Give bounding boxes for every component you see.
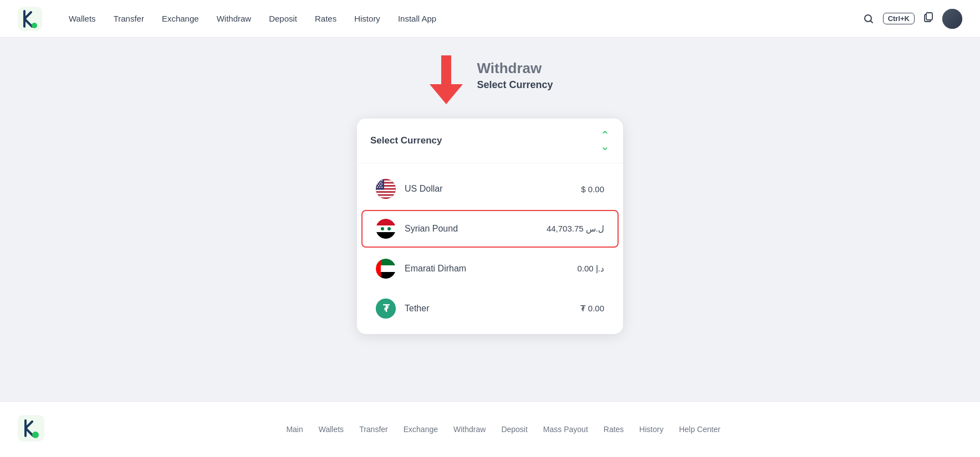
svg-point-1 — [32, 23, 37, 28]
withdraw-header: Withdraw Select Currency — [427, 60, 553, 105]
shortcut-badge: Ctrl+K — [883, 13, 915, 24]
svg-rect-45 — [18, 415, 44, 441]
currency-name-syp: Syrian Pound — [405, 224, 547, 234]
svg-rect-34 — [376, 232, 396, 239]
footer-link-deposit[interactable]: Deposit — [501, 425, 527, 434]
nav-rates[interactable]: Rates — [315, 14, 336, 23]
currency-item-aed[interactable]: Emarati Dirham 0.00 د.إ — [361, 250, 619, 287]
flag-aed — [376, 259, 396, 279]
currency-list: US Dollar $ 0.00 — [357, 163, 623, 334]
svg-point-23 — [379, 183, 380, 184]
avatar[interactable] — [942, 9, 962, 29]
nav-deposit[interactable]: Deposit — [269, 14, 297, 23]
svg-rect-5 — [441, 55, 451, 86]
svg-rect-4 — [926, 13, 932, 20]
svg-point-19 — [381, 180, 382, 181]
currency-amount-aed: 0.00 د.إ — [577, 264, 604, 274]
svg-point-26 — [380, 185, 381, 186]
svg-point-46 — [32, 432, 39, 438]
svg-point-28 — [379, 187, 380, 188]
svg-point-29 — [381, 187, 382, 188]
footer-link-withdraw[interactable]: Withdraw — [453, 425, 486, 434]
svg-point-25 — [378, 185, 379, 186]
chevron-updown-icon: ⌃⌄ — [600, 130, 610, 152]
footer-link-mass-payout[interactable]: Mass Payout — [543, 425, 588, 434]
footer-link-transfer[interactable]: Transfer — [359, 425, 388, 434]
footer-link-help-center[interactable]: Help Center — [679, 425, 721, 434]
svg-rect-32 — [376, 219, 396, 225]
nav-links: Wallets Transfer Exchange Withdraw Depos… — [69, 14, 863, 23]
nav-withdraw[interactable]: Withdraw — [217, 14, 252, 23]
svg-point-24 — [381, 183, 382, 184]
currency-name-aed: Emarati Dirham — [405, 264, 577, 274]
svg-rect-15 — [376, 196, 396, 197]
logo[interactable] — [18, 7, 42, 31]
footer-link-wallets[interactable]: Wallets — [319, 425, 344, 434]
currency-amount-usdt: ₮ 0.00 — [580, 304, 604, 314]
svg-marker-6 — [430, 84, 463, 104]
search-icon — [863, 13, 874, 24]
nav-transfer[interactable]: Transfer — [114, 14, 144, 23]
nav-history[interactable]: History — [354, 14, 380, 23]
currency-item-syp[interactable]: Syrian Pound 44,703.75 ل.س — [361, 210, 619, 248]
svg-point-18 — [379, 180, 380, 181]
svg-rect-42 — [376, 259, 381, 279]
svg-rect-13 — [376, 189, 396, 191]
down-arrow-indicator — [427, 55, 466, 105]
svg-point-22 — [377, 183, 378, 184]
copy-button[interactable] — [923, 12, 933, 25]
copy-icon — [923, 12, 933, 22]
page-title: Withdraw — [477, 60, 553, 77]
svg-rect-33 — [376, 225, 396, 232]
svg-rect-14 — [376, 193, 396, 194]
footer-link-main[interactable]: Main — [286, 425, 303, 434]
footer-link-rates[interactable]: Rates — [604, 425, 624, 434]
currency-name-usdt: Tether — [405, 304, 580, 314]
currency-name-usd: US Dollar — [405, 184, 581, 194]
svg-point-17 — [377, 180, 378, 181]
currency-select-bar[interactable]: Select Currency ⌃⌄ — [357, 119, 623, 163]
nav-wallets[interactable]: Wallets — [69, 14, 96, 23]
footer: Main Wallets Transfer Exchange Withdraw … — [0, 401, 980, 457]
page-subtitle: Select Currency — [477, 79, 553, 91]
svg-rect-0 — [18, 7, 42, 31]
nav-install-app[interactable]: Install App — [398, 14, 436, 23]
svg-point-27 — [377, 187, 378, 188]
navbar: Wallets Transfer Exchange Withdraw Depos… — [0, 0, 980, 38]
flag-syp — [376, 219, 396, 239]
currency-amount-syp: 44,703.75 ل.س — [547, 224, 604, 234]
flag-usdt: ₮ — [376, 299, 396, 319]
svg-rect-10 — [376, 181, 396, 182]
svg-point-20 — [378, 182, 379, 183]
navbar-right: Ctrl+K — [863, 9, 962, 29]
main-content: Withdraw Select Currency Select Currency… — [0, 38, 980, 401]
currency-amount-usd: $ 0.00 — [581, 184, 604, 194]
flag-usd — [376, 179, 396, 199]
nav-exchange[interactable]: Exchange — [162, 14, 199, 23]
footer-link-history[interactable]: History — [639, 425, 663, 434]
footer-links: Main Wallets Transfer Exchange Withdraw … — [44, 425, 962, 434]
footer-logo[interactable] — [18, 415, 44, 444]
withdraw-titles: Withdraw Select Currency — [477, 60, 553, 91]
footer-link-exchange[interactable]: Exchange — [404, 425, 438, 434]
currency-select-label: Select Currency — [370, 135, 442, 146]
svg-point-36 — [387, 227, 391, 230]
currency-dropdown-wrapper: Select Currency ⌃⌄ — [357, 119, 623, 334]
currency-item-usdt[interactable]: ₮ Tether ₮ 0.00 — [361, 290, 619, 327]
currency-item-usd[interactable]: US Dollar $ 0.00 — [361, 170, 619, 208]
svg-point-21 — [380, 182, 381, 183]
search-button[interactable] — [863, 13, 874, 24]
svg-point-35 — [381, 227, 384, 230]
